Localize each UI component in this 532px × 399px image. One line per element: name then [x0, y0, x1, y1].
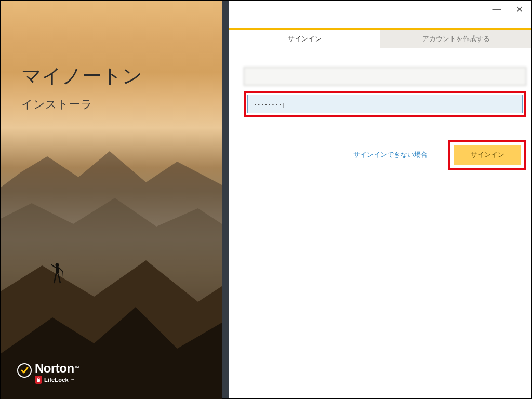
signin-panel: — ✕ サインイン アカウントを作成する ••••••••| サインインできない… [229, 1, 531, 398]
password-field[interactable]: ••••••••| [247, 95, 523, 113]
installer-window: マイノートン インストーラ Norton™ [0, 0, 532, 399]
brand-name: Norton [35, 361, 74, 375]
signin-button[interactable]: サインイン [454, 145, 521, 165]
svg-point-4 [56, 263, 59, 267]
svg-line-6 [51, 263, 56, 268]
app-subtitle: インストーラ [21, 97, 92, 112]
window-controls: — ✕ [492, 5, 524, 14]
left-hero-panel: マイノートン インストーラ Norton™ [1, 1, 229, 398]
tab-create-account[interactable]: アカウントを作成する [380, 30, 531, 48]
svg-line-9 [54, 274, 56, 283]
app-title: マイノートン [21, 63, 142, 89]
password-highlight: ••••••••| [244, 91, 526, 117]
close-button[interactable]: ✕ [515, 5, 524, 14]
brand-logo: Norton™ LifeLock™ [17, 362, 79, 384]
sub-brand-name: LifeLock [44, 377, 69, 383]
checkmark-icon [17, 363, 32, 378]
signin-form: ••••••••| [244, 67, 526, 117]
minimize-button[interactable]: — [492, 5, 501, 14]
tab-signin[interactable]: サインイン [229, 30, 380, 48]
svg-line-10 [58, 274, 60, 283]
panel-divider [222, 1, 229, 398]
signin-highlight: サインイン [448, 140, 526, 170]
signin-actions: サインインできない場合 サインイン [244, 140, 526, 170]
brand-tm: ™ [74, 365, 79, 370]
hiker-icon [51, 262, 63, 284]
svg-rect-5 [56, 267, 59, 274]
svg-line-7 [59, 268, 63, 272]
auth-tabs: サインイン アカウントを作成する [229, 30, 531, 48]
sub-brand-tm: ™ [71, 378, 74, 382]
email-field[interactable] [244, 67, 526, 86]
lock-icon [35, 376, 42, 384]
forgot-signin-link[interactable]: サインインできない場合 [353, 150, 428, 159]
mountains-illustration [1, 136, 222, 399]
svg-rect-11 [37, 379, 40, 382]
